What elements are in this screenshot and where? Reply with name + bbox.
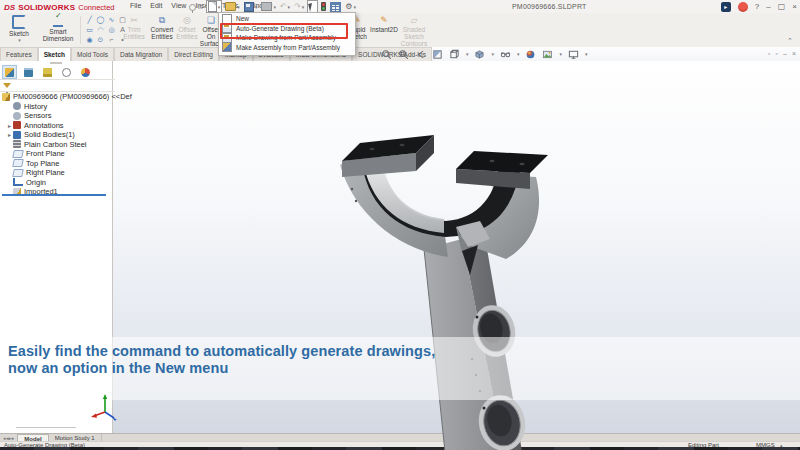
caret-down-icon: ▾ <box>237 4 240 10</box>
doc-close-icon[interactable]: × <box>792 48 796 60</box>
tab-feature-manager[interactable] <box>2 65 17 79</box>
part-icon <box>2 93 10 101</box>
rollback-bar[interactable] <box>2 194 106 196</box>
tree-item-material[interactable]: Plain Carbon Steel <box>0 140 140 150</box>
3d-model-bracket[interactable] <box>320 131 610 450</box>
new-dropdown-menu: New Auto-Generate Drawing (Beta) Make Dr… <box>218 12 356 56</box>
caption-line-2: now an option in the New menu <box>8 360 435 377</box>
tree-filter-bar[interactable] <box>0 79 115 92</box>
close-button[interactable]: × <box>792 2 797 12</box>
panel-splitter-handle[interactable] <box>50 62 62 64</box>
shaded-sketch-contours-button[interactable]: ▱ Shaded Sketch Contours <box>398 15 430 45</box>
tree-item-top-plane[interactable]: Top Plane <box>0 159 140 169</box>
save-button[interactable]: ▾ <box>243 1 259 12</box>
caret-down-icon[interactable]: ▾ <box>517 51 520 57</box>
tree-item-right-plane[interactable]: Right Plane <box>0 168 140 178</box>
plane-icon <box>12 169 24 177</box>
caret-down-icon: ▾ <box>218 4 221 10</box>
3dexperience-icon[interactable]: ▸ <box>721 2 731 12</box>
previous-view-icon[interactable] <box>414 48 426 60</box>
offset-entities-button[interactable]: ◎ Offset Entities <box>176 15 198 45</box>
display-style-icon[interactable] <box>474 48 486 60</box>
doc-minimize-icon[interactable]: – <box>783 48 787 60</box>
expand-arrow-icon[interactable]: ▸ <box>6 131 13 138</box>
tree-item-origin[interactable]: Origin <box>0 178 140 188</box>
minimize-button[interactable]: – <box>766 2 770 12</box>
section-view-icon[interactable] <box>431 48 443 60</box>
convert-entities-button[interactable]: ⧉ Convert Entities <box>148 15 176 45</box>
tab-display-manager[interactable] <box>78 65 93 79</box>
zoom-fit-icon[interactable] <box>380 48 392 60</box>
tab-features[interactable]: Features <box>0 47 38 61</box>
tree-item-solid-bodies[interactable]: ▸ Solid Bodies(1) <box>0 130 140 140</box>
slot-tool-icon[interactable]: ⊙ <box>95 35 106 45</box>
redo-button[interactable]: ↷▾ <box>293 1 305 12</box>
caret-down-icon: ▾ <box>273 4 276 10</box>
tree-item-annotations[interactable]: ▸ Annotations <box>0 121 140 131</box>
apply-scene-icon[interactable] <box>542 48 554 60</box>
sketch-button[interactable]: Sketch ▾ <box>2 15 36 45</box>
menu-item-make-assembly[interactable]: Make Assembly from Part/Assembly <box>219 43 355 53</box>
tree-item-history[interactable]: History <box>0 102 140 112</box>
hide-show-items-icon[interactable] <box>499 48 511 60</box>
caret-down-icon[interactable]: ▾ <box>585 51 588 57</box>
help-button[interactable]: ? <box>755 2 759 12</box>
tree-root-item[interactable]: PM00969666 (PM00969666) <<Def <box>0 92 140 102</box>
collapse-ribbon-chevron[interactable]: ⌃ <box>787 37 793 45</box>
select-cursor-icon <box>308 2 317 11</box>
caret-down-icon[interactable]: ▾ <box>466 51 469 57</box>
edit-appearance-icon[interactable] <box>525 48 537 60</box>
auto-generate-drawing-icon <box>222 23 232 33</box>
tab-mold-tools[interactable]: Mold Tools <box>71 47 114 61</box>
corner-rectangle-tool-icon[interactable]: ▭ <box>84 25 95 35</box>
menu-item-auto-generate-drawing[interactable]: Auto-Generate Drawing (Beta) <box>219 24 355 34</box>
arc-tool-icon[interactable]: ◠ <box>95 25 106 35</box>
restore-button[interactable]: ▢ <box>778 2 786 12</box>
tab-dimxpert-manager[interactable] <box>59 65 74 79</box>
circle-tool-icon[interactable]: ◯ <box>95 15 106 25</box>
view-orientation-icon[interactable] <box>448 48 460 60</box>
pin-menu-icon[interactable] <box>189 4 196 11</box>
zoom-area-icon[interactable] <box>397 48 409 60</box>
menu-view[interactable]: View <box>171 2 186 9</box>
tab-sketch[interactable]: Sketch <box>38 47 71 61</box>
ribbon-divider <box>80 16 81 44</box>
view-settings-icon[interactable] <box>567 48 579 60</box>
tree-item-front-plane[interactable]: Front Plane <box>0 149 140 159</box>
sketch-icon <box>12 15 26 29</box>
shaded-sketch-contours-icon: ▱ <box>411 15 418 25</box>
new-document-icon <box>222 14 232 24</box>
point-tool-icon[interactable]: ◉ <box>84 35 95 45</box>
instant2d-button[interactable]: ✎ Instant2D <box>372 15 396 45</box>
rebuild-button[interactable] <box>320 1 327 12</box>
tab-data-migration[interactable]: Data Migration <box>114 47 168 61</box>
caret-down-icon: ▾ <box>288 4 291 10</box>
caret-down-icon[interactable]: ▾ <box>560 51 563 57</box>
fillet-tool-icon[interactable]: ⌐ <box>106 35 117 45</box>
options-button[interactable]: ⚙▾ <box>344 1 357 12</box>
home-button[interactable]: ⌂ <box>197 1 204 12</box>
line-tool-icon[interactable]: ╱ <box>84 15 95 25</box>
undo-button[interactable]: ↶▾ <box>279 1 291 12</box>
tree-item-sensors[interactable]: Sensors <box>0 111 140 121</box>
smart-dimension-button[interactable]: Smart Dimension <box>38 15 78 45</box>
tab-configuration-manager[interactable] <box>40 65 55 79</box>
trim-entities-button[interactable]: ✂ Trim Entities <box>122 15 146 45</box>
caret-down-icon[interactable]: ▾ <box>492 51 495 57</box>
user-avatar[interactable] <box>738 2 748 12</box>
doc-cascade-icon[interactable]: ▫ <box>776 48 778 60</box>
tab-direct-editing[interactable]: Direct Editing <box>168 47 219 61</box>
doc-restore-icon[interactable]: ▫ <box>768 48 770 60</box>
expand-arrow-icon[interactable]: ▸ <box>6 122 13 129</box>
menu-file[interactable]: File <box>130 2 141 9</box>
menu-item-new[interactable]: New <box>219 14 355 24</box>
menu-item-make-drawing[interactable]: Make Drawing from Part/Assembly <box>219 33 355 43</box>
menu-edit[interactable]: Edit <box>150 2 162 9</box>
plane-icon <box>12 150 24 158</box>
ellipse-tool-icon[interactable]: ◎ <box>106 25 117 35</box>
open-button[interactable]: ▾ <box>224 1 241 12</box>
print-button[interactable]: ▾ <box>260 1 277 12</box>
spline-tool-icon[interactable]: ∿ <box>106 15 117 25</box>
file-properties-button[interactable] <box>329 1 342 12</box>
tab-property-manager[interactable] <box>21 65 36 79</box>
